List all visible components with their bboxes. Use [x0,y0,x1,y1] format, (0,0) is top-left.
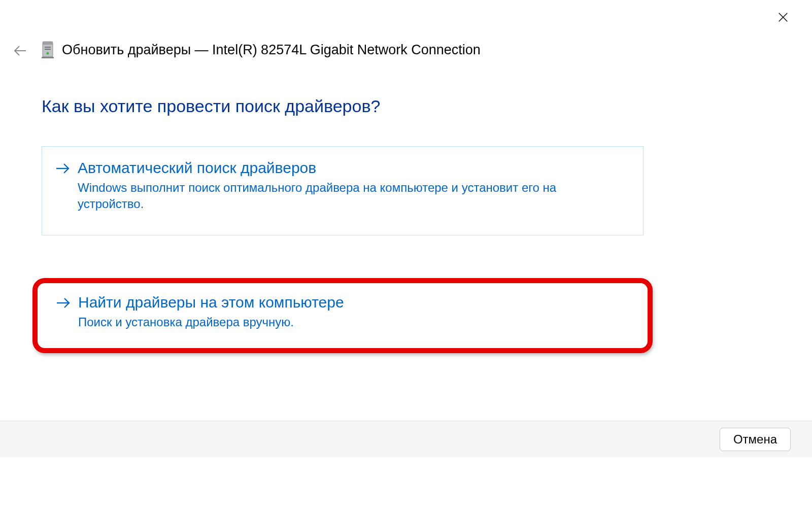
arrow-right-icon [56,295,71,311]
svg-point-7 [47,52,49,55]
option-browse-local[interactable]: Найти драйверы на этом компьютере Поиск … [32,278,653,353]
option-local-title: Найти драйверы на этом компьютере [78,292,634,312]
dialog-footer: Отмена [0,421,812,457]
svg-rect-4 [43,42,53,45]
option-auto-title: Автоматический поиск драйверов [78,158,630,178]
cancel-button[interactable]: Отмена [720,428,791,451]
option-auto-search[interactable]: Автоматический поиск драйверов Windows в… [42,146,644,235]
device-tower-icon [41,41,55,59]
svg-rect-8 [42,57,54,58]
close-icon [777,12,789,23]
dialog-title: Обновить драйверы — Intel(R) 82574L Giga… [62,42,481,58]
svg-rect-6 [45,49,51,50]
svg-rect-5 [45,47,51,48]
close-button[interactable] [777,11,789,23]
back-arrow-icon [13,43,28,58]
back-button[interactable] [11,42,29,60]
option-local-description: Поиск и установка драйвера вручную. [78,314,616,330]
arrow-right-icon [55,161,71,176]
question-heading: Как вы хотите провести поиск драйверов? [42,96,380,116]
option-auto-description: Windows выполнит поиск оптимального драй… [78,180,616,213]
dialog-header: Обновить драйверы — Intel(R) 82574L Giga… [41,41,481,59]
